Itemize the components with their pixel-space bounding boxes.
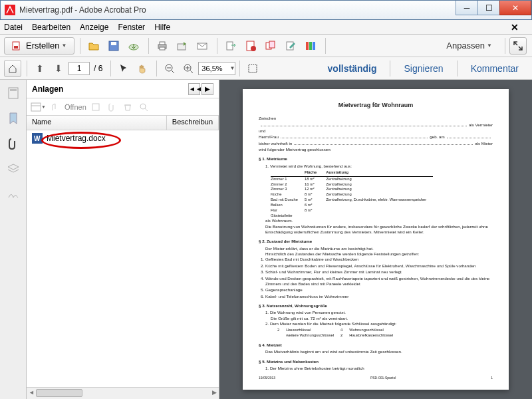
next-page-button[interactable]: ⬇ <box>50 60 67 77</box>
email-button[interactable] <box>193 37 211 55</box>
zoom-out-button[interactable] <box>161 60 178 77</box>
panel-prev-button[interactable]: ◄◄ <box>188 83 200 95</box>
save-attach-icon <box>91 102 100 112</box>
zoom-level-input[interactable]: 36,5%▼ <box>198 62 235 75</box>
combine-icon <box>265 40 277 52</box>
expand-icon <box>513 41 523 51</box>
search-attachment-button[interactable] <box>137 100 150 114</box>
svg-point-33 <box>140 104 146 109</box>
maximize-button[interactable]: ☐ <box>477 1 500 15</box>
share-icon <box>176 40 188 52</box>
save-button[interactable] <box>104 37 123 55</box>
signatures-icon[interactable] <box>7 188 20 201</box>
sign-button[interactable]: Signieren <box>394 63 452 74</box>
svg-rect-8 <box>160 47 165 50</box>
main-toolbar: Erstellen ▼ Anpassen ▼ <box>0 35 532 57</box>
edit-button[interactable] <box>281 37 300 55</box>
page-number-input[interactable] <box>68 62 90 75</box>
attachment-name: Mietvertrag.docx <box>47 134 106 143</box>
prev-page-button[interactable]: ⬆ <box>31 60 49 77</box>
zoom-out-icon <box>164 63 175 74</box>
add-attachment-button[interactable] <box>105 100 118 114</box>
acrobat-icon <box>5 5 15 15</box>
open-label[interactable]: Öffnen <box>65 103 86 111</box>
cloud-icon <box>128 40 140 52</box>
open-attachment-button[interactable] <box>49 100 62 114</box>
column-name[interactable]: Name <box>27 116 167 130</box>
fullscreen-button[interactable] <box>509 37 527 55</box>
delete-attachment-button[interactable] <box>121 100 134 114</box>
comment-button[interactable]: Kommentar <box>462 63 528 74</box>
svg-point-13 <box>251 46 256 51</box>
navigation-pane-strip <box>0 80 27 399</box>
export-button[interactable] <box>221 37 240 55</box>
panel-hscrollbar[interactable]: ◄▶ <box>27 387 219 399</box>
add-icon <box>107 102 116 112</box>
document-close-button[interactable]: ✕ <box>511 22 519 33</box>
multimedia-button[interactable] <box>301 37 320 55</box>
open-icon <box>51 102 60 112</box>
hand-tool-button[interactable] <box>134 60 151 77</box>
layers-icon[interactable] <box>7 162 20 176</box>
attachment-row[interactable]: W Mietvertrag.docx <box>27 130 219 146</box>
menu-hilfe[interactable]: Hilfe <box>154 23 170 32</box>
word-doc-icon: W <box>32 133 43 144</box>
menu-datei[interactable]: Datei <box>4 23 23 32</box>
marquee-icon <box>247 63 258 74</box>
close-button[interactable]: ✕ <box>499 1 531 15</box>
export-icon <box>225 40 237 52</box>
svg-rect-17 <box>306 42 309 50</box>
envelope-icon <box>196 40 208 52</box>
hand-icon <box>137 63 148 74</box>
attachments-icon[interactable] <box>7 137 20 150</box>
svg-rect-32 <box>92 104 99 110</box>
cursor-icon <box>118 63 129 74</box>
multimedia-icon <box>305 40 317 52</box>
cloud-button[interactable] <box>124 37 143 55</box>
form-icon <box>245 40 257 52</box>
select-tool-button[interactable] <box>115 60 132 77</box>
create-form-button[interactable] <box>241 37 260 55</box>
svg-rect-7 <box>160 42 165 45</box>
share-button[interactable] <box>173 37 192 55</box>
save-attachment-button[interactable] <box>89 100 102 114</box>
combine-button[interactable] <box>261 37 280 55</box>
minimize-button[interactable]: ─ <box>456 1 478 15</box>
svg-rect-18 <box>309 42 312 50</box>
window-titlebar: Mietvertrag.pdf - Adobe Acrobat Pro ─ ☐ … <box>0 0 532 20</box>
print-button[interactable] <box>153 37 172 55</box>
menu-anzeige[interactable]: Anzeige <box>80 23 108 32</box>
svg-rect-11 <box>227 42 233 50</box>
view-options-button[interactable]: ▼ <box>31 100 46 114</box>
svg-line-22 <box>172 70 174 73</box>
tools-full-button[interactable]: vollständig <box>319 63 386 74</box>
menu-bearbeiten[interactable]: Bearbeiten <box>32 23 70 32</box>
create-button[interactable]: Erstellen ▼ <box>4 37 74 55</box>
menu-bar: Datei Bearbeiten Anzeige Fenster Hilfe ✕ <box>0 20 532 35</box>
thumbnails-icon[interactable] <box>7 86 20 100</box>
first-page-button[interactable] <box>4 60 21 77</box>
folder-open-icon <box>88 40 100 52</box>
panel-next-button[interactable]: ▶ <box>201 83 213 95</box>
trash-icon <box>123 102 132 112</box>
attachments-panel: Anlagen ◄◄ ▶ ▼ Öffnen Name Beschreibun W… <box>27 80 219 399</box>
svg-rect-19 <box>313 42 315 50</box>
zoom-in-icon <box>183 63 194 74</box>
open-button[interactable] <box>84 37 103 55</box>
svg-rect-2 <box>14 46 18 49</box>
marquee-zoom-button[interactable] <box>244 60 261 77</box>
page-total: / 6 <box>94 64 102 73</box>
customize-button[interactable]: Anpassen ▼ <box>439 37 499 55</box>
attachment-list: W Mietvertrag.docx <box>27 130 219 387</box>
column-description[interactable]: Beschreibun <box>167 116 219 130</box>
doc-title: Mietvertrag für Wohnraum <box>259 101 493 109</box>
home-icon <box>8 64 17 73</box>
window-title: Mietvertrag.pdf - Adobe Acrobat Pro <box>19 5 456 15</box>
svg-text:W: W <box>34 135 41 142</box>
menu-fenster[interactable]: Fenster <box>118 23 145 32</box>
svg-rect-4 <box>111 42 116 45</box>
document-viewer[interactable]: Mietvertrag für Wohnraum Zwischen als Ve… <box>219 80 532 399</box>
zoom-in-button[interactable] <box>180 60 197 77</box>
bookmarks-icon[interactable] <box>7 112 20 125</box>
svg-line-26 <box>190 70 193 73</box>
